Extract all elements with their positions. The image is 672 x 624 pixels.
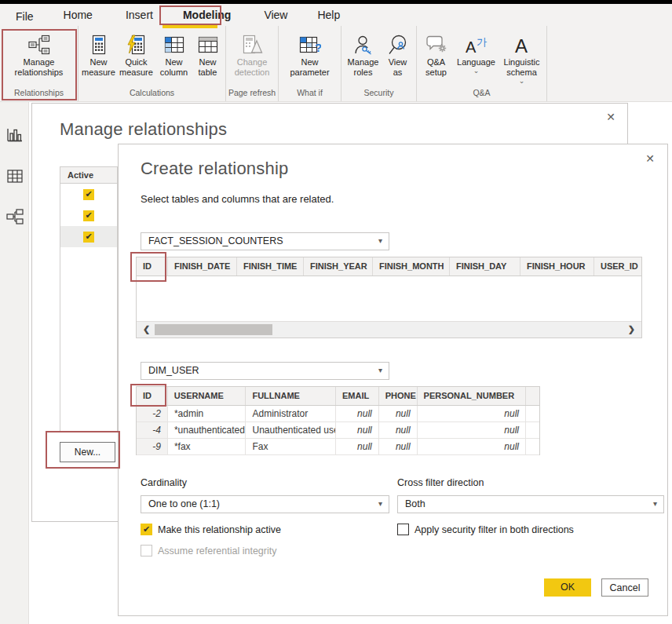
scrollbar-thumb[interactable] bbox=[155, 324, 272, 335]
model-diagram-icon bbox=[6, 209, 24, 224]
cell-personal-number: null bbox=[418, 422, 526, 438]
cardinality-select[interactable]: One to one (1:1) bbox=[141, 495, 389, 513]
chevron-down-icon: ⌄ bbox=[473, 68, 480, 74]
change-detection-icon bbox=[241, 32, 263, 57]
relationships-table: Active bbox=[60, 166, 118, 432]
group-label-what-if: What if bbox=[279, 88, 341, 101]
change-detection-label: Change detection bbox=[229, 57, 275, 78]
table2-select[interactable]: DIM_USER bbox=[141, 362, 389, 380]
view-sidebar bbox=[0, 102, 29, 624]
close-icon[interactable] bbox=[604, 110, 618, 124]
scroll-right-icon[interactable] bbox=[628, 324, 635, 334]
table2-col-personal-number[interactable]: PERSONAL_NUMBER bbox=[418, 387, 526, 405]
table2-col-username[interactable]: USERNAME bbox=[168, 387, 247, 405]
active-checkbox[interactable] bbox=[83, 232, 94, 243]
group-label-security: Security bbox=[341, 88, 416, 101]
new-table-button[interactable]: New table bbox=[192, 31, 224, 79]
new-relationship-button[interactable]: New... bbox=[60, 442, 115, 462]
cell-username: *admin bbox=[168, 406, 247, 421]
new-column-icon bbox=[164, 32, 184, 57]
table2-col-fullname[interactable]: FULLNAME bbox=[246, 387, 336, 405]
table1-col-id[interactable]: ID bbox=[137, 257, 168, 276]
tab-help[interactable]: Help bbox=[309, 6, 348, 24]
make-active-checkbox[interactable] bbox=[141, 524, 152, 535]
security-filter-option: Apply security filter in both directions bbox=[397, 524, 574, 535]
make-active-label: Make this relationship active bbox=[158, 524, 281, 535]
tab-home[interactable]: Home bbox=[56, 6, 100, 24]
table1-col-finish-hour[interactable]: FINISH_HOUR bbox=[520, 257, 594, 276]
ribbon: Manage relationships Relationships bbox=[0, 26, 672, 102]
group-label-calculations: Calculations bbox=[79, 88, 225, 101]
language-button[interactable]: A 가 Language ⌄ bbox=[455, 31, 499, 75]
table1-col-finish-year[interactable]: FINISH_YEAR bbox=[304, 257, 373, 276]
table1-col-user-id[interactable]: USER_ID bbox=[594, 257, 641, 276]
new-column-label: New column bbox=[157, 57, 192, 78]
manage-relationships-icon bbox=[28, 32, 50, 57]
new-parameter-button[interactable]: ? New parameter bbox=[286, 31, 334, 79]
table-icon bbox=[7, 170, 23, 183]
cell-fullname: Administrator bbox=[246, 406, 336, 421]
referential-integrity-label: Assume referential integrity bbox=[158, 546, 276, 556]
data-view-button[interactable] bbox=[0, 160, 29, 192]
active-checkbox[interactable] bbox=[83, 189, 94, 200]
table-row: -2 *admin Administrator null null null bbox=[137, 406, 539, 422]
linguistic-schema-button[interactable]: A Linguistic schema ⌄ bbox=[499, 31, 546, 86]
table1-col-finish-date[interactable]: FINISH_DATE bbox=[168, 257, 237, 276]
view-as-button[interactable]: View as bbox=[382, 31, 414, 79]
svg-text:?: ? bbox=[315, 41, 321, 54]
cell-phone: null bbox=[379, 439, 418, 454]
tab-insert[interactable]: Insert bbox=[118, 6, 161, 24]
table1-col-finish-month[interactable]: FINISH_MONTH bbox=[373, 257, 450, 276]
cell-email: null bbox=[336, 439, 379, 454]
manage-relationships-label: Manage relationships bbox=[8, 57, 71, 78]
cancel-button[interactable]: Cancel bbox=[601, 578, 648, 597]
manage-roles-icon bbox=[353, 32, 374, 57]
manage-roles-label: Manage roles bbox=[345, 57, 382, 78]
tab-view[interactable]: View bbox=[256, 6, 295, 24]
qa-setup-icon bbox=[425, 32, 447, 57]
table2-col-phone[interactable]: PHONE bbox=[379, 387, 418, 405]
table1-col-finish-day[interactable]: FINISH_DAY bbox=[450, 257, 520, 276]
new-column-button[interactable]: New column bbox=[156, 31, 192, 79]
linguistic-schema-label: Linguistic schema bbox=[499, 57, 545, 78]
manage-roles-button[interactable]: Manage roles bbox=[345, 31, 382, 79]
model-view-button[interactable] bbox=[0, 201, 29, 232]
change-detection-button: Change detection bbox=[228, 31, 276, 79]
quick-measure-button[interactable]: Quick measure bbox=[117, 31, 156, 79]
relationship-row[interactable] bbox=[60, 184, 117, 205]
new-measure-icon bbox=[90, 32, 108, 57]
table2-col-id[interactable]: ID bbox=[137, 387, 168, 405]
qa-setup-button[interactable]: Q&A setup bbox=[418, 31, 455, 79]
table1-col-finish-time[interactable]: FINISH_TIME bbox=[237, 257, 304, 276]
cell-phone: null bbox=[379, 422, 418, 438]
cell-phone: null bbox=[379, 406, 418, 421]
cross-filter-select[interactable]: Both bbox=[397, 495, 664, 513]
ok-button[interactable]: OK bbox=[544, 578, 591, 597]
relationship-row[interactable] bbox=[60, 205, 117, 226]
cell-filler bbox=[526, 422, 539, 438]
active-checkbox[interactable] bbox=[83, 210, 94, 221]
new-table-label: New table bbox=[193, 57, 223, 78]
cell-id: -9 bbox=[137, 439, 168, 454]
close-icon[interactable] bbox=[643, 151, 657, 166]
ribbon-group-security: Manage roles View as Security bbox=[341, 26, 417, 101]
table1-select[interactable]: FACT_SESSION_COUNTERS bbox=[141, 232, 389, 250]
new-measure-button[interactable]: New measure bbox=[81, 31, 117, 79]
table2-col-email[interactable]: EMAIL bbox=[336, 387, 379, 405]
tab-modeling[interactable]: Modeling bbox=[175, 6, 239, 24]
bar-chart-icon bbox=[7, 128, 23, 142]
manage-relationships-button[interactable]: Manage relationships bbox=[7, 31, 71, 79]
relationship-row-selected[interactable] bbox=[60, 226, 117, 247]
view-as-icon bbox=[388, 32, 408, 57]
tab-file[interactable]: File bbox=[8, 8, 42, 25]
table1-selected-value: FACT_SESSION_COUNTERS bbox=[148, 235, 283, 246]
quick-measure-label: Quick measure bbox=[118, 57, 155, 78]
cross-filter-label: Cross filter direction bbox=[397, 477, 484, 488]
ribbon-tabbar: File Home Insert Modeling View Help bbox=[0, 4, 672, 26]
security-filter-checkbox[interactable] bbox=[397, 524, 409, 535]
referential-integrity-checkbox bbox=[141, 545, 152, 556]
scroll-left-icon[interactable] bbox=[143, 324, 150, 334]
create-dialog-title: Create relationship bbox=[141, 159, 288, 179]
report-view-button[interactable] bbox=[0, 119, 29, 151]
cell-personal-number: null bbox=[418, 406, 526, 421]
